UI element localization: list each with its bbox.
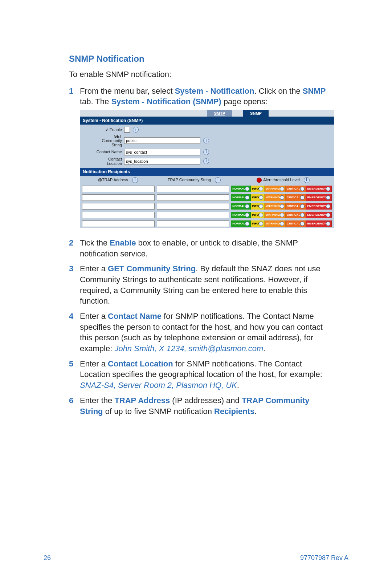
tab-snmp[interactable]: SNMP	[243, 110, 269, 117]
input-trap-address[interactable]	[82, 203, 155, 210]
radio-icon[interactable]	[280, 195, 284, 200]
input-trap-community[interactable]	[157, 194, 229, 201]
label-enable: ✔ Enable	[82, 127, 122, 132]
info-icon[interactable]: i	[215, 177, 221, 183]
label-get-community-string: GET Community String	[82, 134, 122, 147]
recipient-row: NORMALINFOWARNINGCRITICALEMERGENCY	[80, 202, 334, 211]
level-critical[interactable]: CRITICAL	[286, 212, 306, 218]
tab-smtp[interactable]: SMTP	[207, 110, 232, 117]
radio-icon[interactable]	[245, 204, 249, 208]
label-line: String	[82, 143, 122, 147]
level-critical[interactable]: CRITICAL	[286, 220, 306, 227]
radio-icon[interactable]	[326, 222, 330, 226]
step-1-body: From the menu bar, select System - Notif…	[80, 86, 334, 233]
text: tab. The	[80, 97, 111, 106]
radio-icon[interactable]	[245, 222, 249, 226]
level-normal[interactable]: NORMAL	[231, 212, 251, 218]
level-warning[interactable]: WARNING	[265, 220, 286, 227]
radio-icon[interactable]	[245, 195, 249, 200]
radio-icon[interactable]	[280, 222, 284, 226]
radio-icon[interactable]	[259, 213, 263, 217]
radio-icon[interactable]	[300, 213, 305, 217]
text: . Click on the	[254, 86, 302, 96]
radio-icon[interactable]	[326, 195, 330, 200]
level-warning[interactable]: WARNING	[265, 212, 286, 218]
input-contact-name[interactable]	[124, 149, 200, 155]
level-emergency[interactable]: EMERGENCY	[306, 194, 332, 201]
input-trap-address[interactable]	[82, 194, 155, 201]
input-contact-location[interactable]	[124, 158, 200, 165]
label-line: Location	[82, 161, 122, 166]
input-community-string[interactable]	[124, 137, 200, 144]
page-footer: 26 97707987 Rev A	[44, 554, 348, 562]
level-info[interactable]: INFO	[251, 194, 265, 201]
level-normal[interactable]: NORMAL	[231, 186, 251, 192]
at-icon: @	[98, 178, 102, 182]
radio-icon[interactable]	[259, 204, 263, 208]
radio-icon[interactable]	[326, 187, 330, 191]
text: .	[263, 344, 265, 353]
checkbox-enable[interactable]	[124, 127, 130, 133]
level-emergency[interactable]: EMERGENCY	[306, 186, 332, 192]
input-trap-address[interactable]	[82, 186, 155, 192]
input-trap-address[interactable]	[82, 212, 155, 218]
level-info[interactable]: INFO	[251, 203, 265, 210]
step-number: 2	[69, 238, 80, 248]
radio-icon[interactable]	[259, 195, 263, 200]
text: Tick the	[80, 238, 110, 247]
level-critical[interactable]: CRITICAL	[286, 186, 306, 192]
check-icon: ✔	[105, 127, 109, 132]
radio-icon[interactable]	[300, 204, 305, 208]
radio-icon[interactable]	[259, 187, 263, 191]
radio-icon[interactable]	[259, 222, 263, 226]
step-6-body: Enter the TRAP Address (IP addresses) an…	[80, 395, 323, 417]
info-icon[interactable]: i	[203, 149, 209, 155]
info-icon[interactable]: i	[203, 138, 209, 143]
level-info[interactable]: INFO	[251, 212, 265, 218]
recipients-column-header: @TRAP Address i TRAP Community String i …	[80, 176, 334, 184]
info-icon[interactable]: i	[132, 177, 138, 183]
radio-icon[interactable]	[300, 222, 305, 226]
radio-icon[interactable]	[300, 187, 305, 191]
radio-icon[interactable]	[326, 204, 330, 208]
level-normal[interactable]: NORMAL	[231, 194, 251, 201]
radio-icon[interactable]	[280, 187, 284, 191]
settings-form: ✔ Enable i GET Community String	[80, 125, 334, 167]
level-info[interactable]: INFO	[251, 220, 265, 227]
label-line: GET	[82, 134, 122, 138]
level-critical[interactable]: CRITICAL	[286, 194, 306, 201]
radio-icon[interactable]	[326, 213, 330, 217]
radio-icon[interactable]	[245, 213, 249, 217]
text: Enter a	[80, 312, 108, 321]
level-critical[interactable]: CRITICAL	[286, 203, 306, 210]
radio-icon[interactable]	[280, 213, 284, 217]
level-emergency[interactable]: EMERGENCY	[306, 220, 332, 227]
recipient-row: NORMALINFOWARNINGCRITICALEMERGENCY	[80, 211, 334, 219]
input-trap-community[interactable]	[157, 186, 229, 192]
panel-title-bar: System - Notification (SNMP)	[80, 117, 334, 125]
input-trap-community[interactable]	[157, 212, 229, 218]
level-warning[interactable]: WARNING	[265, 203, 286, 210]
text: of up to five SNMP notification	[103, 407, 215, 416]
text: (IP addresses) and	[170, 396, 242, 405]
level-info[interactable]: INFO	[251, 186, 265, 192]
info-icon[interactable]: i	[304, 177, 310, 183]
step-4-body: Enter a Contact Name for SNMP notificati…	[80, 311, 323, 354]
radio-icon[interactable]	[280, 204, 284, 208]
level-warning[interactable]: WARNING	[265, 194, 286, 201]
radio-icon[interactable]	[245, 187, 249, 191]
level-normal[interactable]: NORMAL	[231, 220, 251, 227]
input-trap-community[interactable]	[157, 220, 229, 227]
level-warning[interactable]: WARNING	[265, 186, 286, 192]
info-icon[interactable]: i	[133, 127, 139, 133]
recipient-row: NORMALINFOWARNINGCRITICALEMERGENCY	[80, 184, 334, 193]
level-normal[interactable]: NORMAL	[231, 203, 251, 210]
level-emergency[interactable]: EMERGENCY	[306, 203, 332, 210]
menu-path: System - Notification	[175, 86, 254, 96]
input-trap-address[interactable]	[82, 220, 155, 227]
radio-icon[interactable]	[300, 195, 305, 200]
input-trap-community[interactable]	[157, 203, 229, 210]
term-contact-location: Contact Location	[108, 359, 173, 368]
info-icon[interactable]: i	[203, 158, 209, 164]
level-emergency[interactable]: EMERGENCY	[306, 212, 332, 218]
